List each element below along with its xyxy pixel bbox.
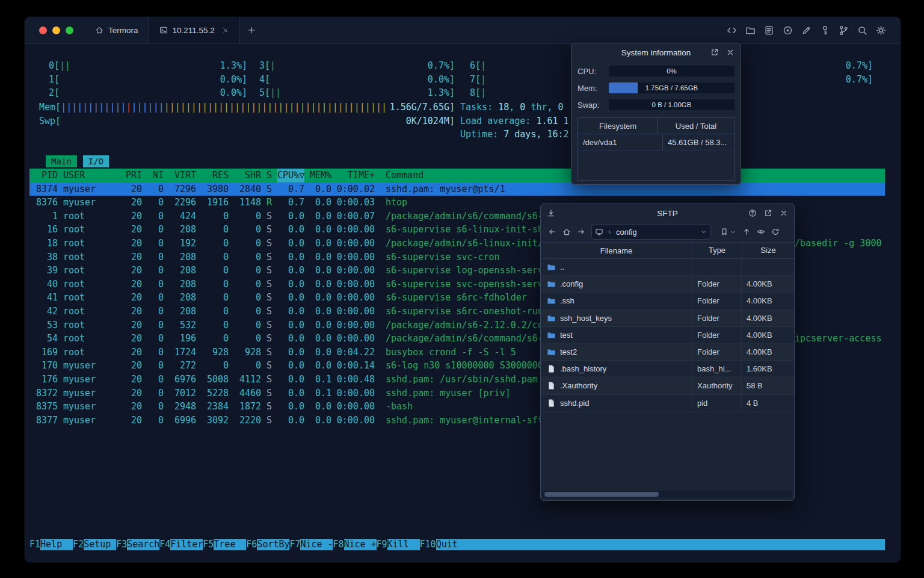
column-header-ni[interactable]: NI	[147, 169, 164, 182]
cell-pid: 1	[29, 210, 58, 223]
search-icon[interactable]	[857, 25, 867, 36]
column-header-res[interactable]: RES	[202, 169, 229, 182]
open-external-icon[interactable]	[710, 48, 719, 57]
column-header-user[interactable]: USER	[63, 169, 120, 182]
horizontal-scrollbar[interactable]	[543, 491, 792, 498]
chevron-down-icon[interactable]	[730, 229, 736, 235]
file-row-test[interactable]: testFolder4.00KB	[541, 327, 794, 344]
column-header-pri[interactable]: PRI	[120, 169, 142, 182]
close-tab-icon[interactable]	[222, 27, 229, 34]
cell-ni: 0	[147, 387, 164, 400]
fnkey-F6[interactable]: F6	[246, 539, 257, 550]
home-directory-icon[interactable]	[562, 228, 571, 236]
log-icon[interactable]	[764, 25, 774, 36]
fnlabel-F4[interactable]: Filter	[170, 539, 203, 550]
record-icon[interactable]	[783, 25, 793, 36]
fnkey-F5[interactable]: F5	[203, 539, 214, 550]
tab-session[interactable]: 10.211.55.2	[149, 17, 239, 43]
path-breadcrumb[interactable]: config	[591, 224, 710, 240]
fnkey-F3[interactable]: F3	[116, 539, 127, 550]
fnlabel-F2[interactable]: Setup	[84, 539, 116, 550]
open-external-icon[interactable]	[764, 209, 772, 217]
column-header-mem[interactable]: MEM%	[304, 169, 331, 182]
type-column-header[interactable]: Type	[692, 243, 742, 258]
fnlabel-F8[interactable]: Nice +	[344, 539, 377, 550]
fnkey-F1[interactable]: F1	[29, 539, 40, 550]
process-row-8374[interactable]: 8374myuser200729639802840S0.70.00:00.02s…	[29, 182, 885, 196]
filename-column-header[interactable]: Filename	[541, 246, 692, 255]
column-header-time[interactable]: TIME+	[331, 169, 375, 182]
file-row-.config[interactable]: .configFolder4.00KB	[541, 276, 794, 293]
cell-res: 0	[202, 237, 229, 250]
cell-time: 0:00.00	[331, 319, 375, 332]
zoom-window-button[interactable]	[66, 26, 73, 34]
refresh-icon[interactable]	[771, 228, 780, 236]
cell-time: 0:00.00	[331, 223, 375, 237]
fnkey-F7[interactable]: F7	[289, 539, 300, 550]
branch-icon[interactable]	[839, 25, 849, 36]
file-table: Filename Type Size ...configFolder4.00KB…	[541, 242, 794, 486]
column-header-shr[interactable]: SHR	[234, 169, 261, 182]
forward-icon[interactable]	[577, 228, 585, 236]
minimize-window-button[interactable]	[52, 26, 60, 34]
cell-pid: 38	[29, 250, 58, 264]
new-tab-button[interactable]	[239, 26, 263, 34]
filesystem-column-header: Filesystem	[578, 118, 658, 134]
file-row-.Xauthority[interactable]: .XauthorityXauthority58 B	[541, 378, 794, 394]
column-header-s[interactable]: S	[266, 169, 272, 182]
filesystem-row[interactable]: /dev/vda1 45.61GB / 58.3...	[578, 134, 734, 151]
download-icon[interactable]	[547, 209, 555, 217]
htop-tab-main[interactable]: Main	[46, 155, 77, 167]
file-row-ssh_host_keys[interactable]: ssh_host_keysFolder4.00KB	[541, 310, 794, 327]
titlebar[interactable]: Termora 10.211.55.2	[25, 17, 901, 44]
fnkey-F9[interactable]: F9	[377, 539, 387, 550]
file-row-sshd.pid[interactable]: sshd.pidpid4 B	[541, 395, 794, 412]
fnkey-F2[interactable]: F2	[73, 539, 84, 550]
folder-icon[interactable]	[745, 25, 756, 36]
fnlabel-F10[interactable]: Quit	[436, 539, 469, 550]
code-icon[interactable]	[727, 25, 737, 36]
fnkey-F10[interactable]: F10	[420, 539, 436, 550]
cell-pri: 20	[120, 196, 142, 210]
parent-directory-icon[interactable]	[742, 228, 751, 236]
close-panel-icon[interactable]	[780, 209, 788, 217]
fnkey-F4[interactable]: F4	[159, 539, 170, 550]
cell-time: 0:04.22	[331, 346, 375, 359]
fnlabel-F3[interactable]: Search	[127, 539, 159, 550]
file-row-test2[interactable]: test2Folder4.00KB	[541, 344, 794, 361]
bookmarks-control[interactable]	[720, 228, 736, 236]
file-size: 4.00KB	[741, 293, 794, 309]
close-window-button[interactable]	[39, 26, 47, 34]
settings-icon[interactable]	[876, 25, 886, 36]
tab-termora[interactable]: Termora	[85, 17, 149, 43]
system-information-titlebar[interactable]: System information	[571, 43, 741, 61]
column-header-pid[interactable]: PID	[29, 169, 58, 182]
show-hidden-icon[interactable]	[757, 228, 765, 236]
file-row-.ssh[interactable]: .sshFolder4.00KB	[541, 293, 794, 309]
fnkey-F8[interactable]: F8	[333, 539, 343, 550]
cell-s: S	[266, 373, 272, 387]
close-panel-icon[interactable]	[726, 48, 735, 57]
fnlabel-F1[interactable]: Help	[40, 539, 73, 550]
fnlabel-F9[interactable]: Kill	[387, 539, 420, 550]
column-header-cpu-sorted[interactable]: CPU%▽	[277, 169, 304, 182]
file-row-.bash_history[interactable]: .bash_historybash_hi...1.60KB	[541, 361, 794, 378]
cell-cpu: 0.0	[277, 332, 304, 346]
help-icon[interactable]	[748, 209, 757, 217]
current-path[interactable]: config	[616, 228, 637, 237]
file-row-..[interactable]: ..	[541, 259, 794, 276]
edit-icon[interactable]	[801, 25, 812, 36]
size-column-header[interactable]: Size	[742, 243, 794, 258]
chevron-down-icon[interactable]	[700, 229, 707, 235]
column-header-virt[interactable]: VIRT	[169, 169, 196, 182]
back-icon[interactable]	[548, 228, 556, 236]
fnlabel-F5[interactable]: Tree	[214, 539, 246, 550]
bookmark-icon[interactable]	[720, 228, 728, 236]
htop-tab-io[interactable]: I/O	[83, 155, 109, 167]
sftp-titlebar[interactable]: SFTP	[541, 204, 794, 222]
fnlabel-F6[interactable]: SortBy	[257, 539, 289, 550]
scrollbar-thumb[interactable]	[544, 492, 659, 497]
key-icon[interactable]	[820, 25, 830, 36]
file-type: Folder	[692, 327, 741, 343]
fnlabel-F7[interactable]: Nice -	[300, 539, 333, 550]
